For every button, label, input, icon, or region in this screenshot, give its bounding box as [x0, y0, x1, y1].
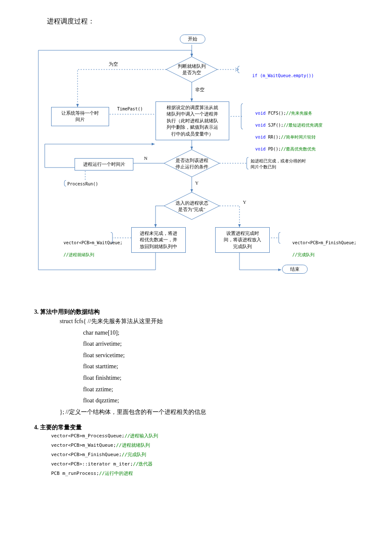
var-line: PCB m_runProcess;//运行中的进程	[51, 469, 366, 478]
kw-void-1: void	[255, 111, 265, 116]
algo-pd: PD();	[265, 147, 281, 151]
flow-dispatch: 根据设定的调度算法从就绪队列中调入一个进程并执行（此时进程从就绪队列中删除，赋值…	[156, 101, 229, 140]
struct-line: float arrivetime;	[83, 338, 366, 350]
finishqueue-code: vector<PCB>m_FinishQueue;	[292, 240, 357, 245]
kw-void-3: void	[255, 135, 265, 139]
flow-decision-finished: 选入的进程状态是否为"完成"	[170, 200, 214, 213]
flow-end: 结束	[282, 265, 308, 274]
finishqueue-comment: //完成队列	[292, 252, 314, 257]
kw-if: if (m_WaitQueue.empty())	[252, 73, 314, 78]
anno-stop-condition: 如进程已完成，或者分得的时间片个数已到	[251, 158, 323, 170]
var-code: PCB m_runProcess;	[51, 471, 99, 476]
edge-label-nonempty: 非空	[195, 87, 205, 93]
anno-finish-queue: vector<PCB>m_FinishQueue; //完成队列	[282, 234, 357, 264]
edge-label-y1: Y	[195, 180, 199, 185]
kw-void-2: void	[255, 123, 265, 127]
kw-void-4: void	[255, 147, 265, 151]
flow-run-timeslice: 进程运行一个时间片	[75, 158, 133, 171]
var-line: vector<PCB>m_WaitQueue;//进程就绪队列	[51, 441, 366, 450]
var-comment: //完成队列	[122, 452, 146, 457]
page-title: 进程调度过程：	[47, 17, 366, 26]
flowchart-container: 开始 判断就绪队列是否为空 为空 非空 if (m_WaitQueue.empt…	[34, 31, 358, 295]
algo-rr: RR();	[265, 135, 281, 139]
edge-label-y2: Y	[243, 199, 246, 205]
var-line: vector<PCB>m_ProcessQueue;//进程输入队列	[51, 431, 366, 441]
flow-decision-ready-empty: 判断就绪队列是否为空	[173, 63, 211, 76]
struct-line: float starttime;	[83, 361, 366, 373]
var-comment: //迭代器	[133, 461, 153, 467]
var-code: vector<PCB>m_ProcessQueue;	[51, 433, 124, 439]
anno-if-empty: if (m_WaitQueue.empty())	[242, 67, 314, 85]
struct-line: char name[10];	[83, 327, 366, 339]
flow-done: 设置进程完成时间，将该进程放入完成队列	[215, 227, 270, 253]
anno-wait-queue: vector<PCB>m_WaitQueue; //进程就绪队列	[53, 234, 123, 264]
algo-sjf: SJF();	[265, 123, 283, 127]
waitqueue-comment: //进程就绪队列	[63, 252, 94, 257]
struct-line: }; //定义一个结构体，里面包含的有一个进程相关的信息	[60, 407, 366, 418]
var-comment: //进程输入队列	[124, 433, 158, 439]
struct-definition: struct fcfs{ //先来先服务算法从这里开始 char name[10…	[60, 316, 366, 418]
var-code: vector<PCB>::iterator m_iter;	[51, 461, 133, 467]
algo-sjf-c: //最短进程优先调度	[283, 123, 323, 127]
variables-block: vector<PCB>m_ProcessQueue;//进程输入队列 vecto…	[51, 431, 366, 478]
struct-line: float servicetime;	[83, 350, 366, 361]
struct-line: struct fcfs{ //先来先服务算法从这里开始	[60, 316, 366, 327]
struct-line: float zztime;	[83, 384, 366, 396]
edge-label-empty: 为空	[109, 61, 118, 67]
var-comment: //运行中的进程	[99, 471, 133, 476]
anno-algorithms: void FCFS();//先来先服务 void SJF();//最短进程优先调…	[245, 104, 323, 158]
anno-processrun: ProcessRun()	[67, 181, 98, 187]
var-code: vector<PCB>m_FinishQueue;	[51, 452, 122, 457]
flow-start: 开始	[180, 35, 205, 43]
edge-label-n: N	[144, 156, 147, 161]
section4-title: 4. 主要的常量变量	[34, 424, 366, 431]
var-code: vector<PCB>m_WaitQueue;	[51, 442, 116, 448]
struct-line: float dqzztime;	[83, 395, 366, 407]
algo-fcfs-c: //先来先服务	[286, 111, 312, 116]
algo-rr-c: //简单时间片轮转	[281, 135, 316, 139]
struct-line: float finishtime;	[83, 373, 366, 384]
flow-not-done: 进程未完成，将进程优先数减一，并放回到就绪队列中	[131, 227, 186, 253]
flow-decision-stop-cond: 是否达到该进程停止运行的条件	[170, 157, 214, 171]
algo-pd-c: //最高优先数优先	[281, 147, 316, 151]
flow-wait-timeslice: 让系统等待一个时间片	[51, 107, 109, 126]
var-line: vector<PCB>m_FinishQueue;//完成队列	[51, 450, 366, 460]
waitqueue-code: vector<PCB>m_WaitQueue;	[63, 240, 122, 245]
anno-timepast: TimePast()	[117, 106, 143, 112]
algo-fcfs: FCFS();	[265, 111, 286, 116]
var-line: vector<PCB>::iterator m_iter;//迭代器	[51, 460, 366, 469]
var-comment: //进程就绪队列	[116, 442, 150, 448]
section3-title: 3. 算法中用到的数据结构	[34, 308, 366, 316]
